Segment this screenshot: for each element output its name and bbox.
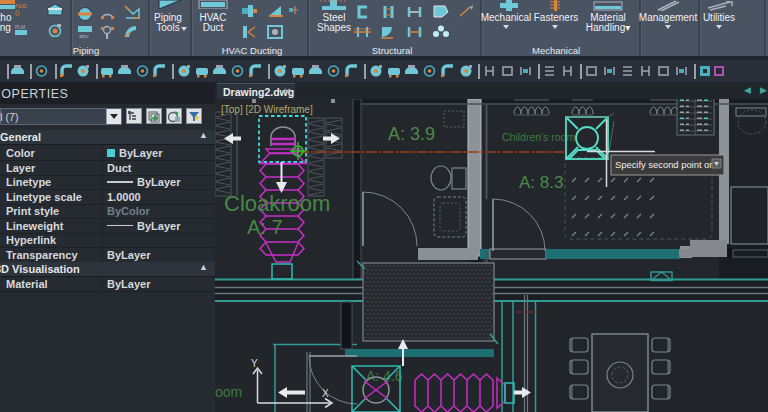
svg-text:A: 3.9: A: 3.9 [388,124,435,144]
svg-text:X: X [322,388,329,399]
svg-text:A: 4.6: A: 4.6 [366,368,403,384]
svg-text:oom: oom [215,384,242,400]
svg-text:PLM: PLM [15,24,25,30]
svg-text:Specify second point or: Specify second point or [615,159,712,170]
svg-text:Children's room: Children's room [502,131,575,143]
svg-text:(): () [15,9,20,16]
svg-text:A: 7: A: 7 [247,216,283,238]
svg-text:[Top] [2D Wireframe]: [Top] [2D Wireframe] [221,104,313,115]
svg-text:abc: abc [79,33,89,39]
svg-text:Cloakroom: Cloakroom [224,191,330,216]
svg-text:A: 8.3: A: 8.3 [519,173,563,192]
svg-text:Y: Y [251,358,258,369]
